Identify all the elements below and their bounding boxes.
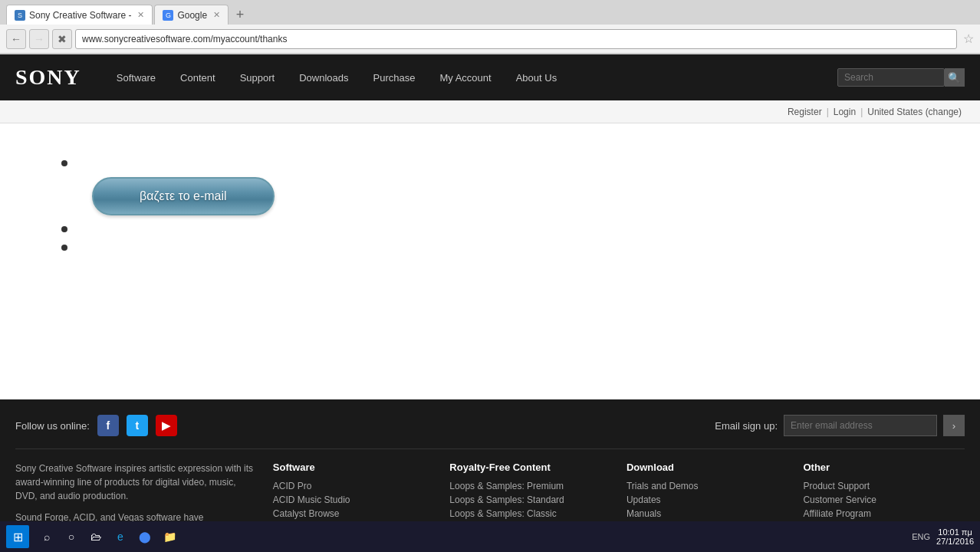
region-link[interactable]: United States (change) <box>867 107 962 117</box>
bullet-2 <box>61 226 67 232</box>
footer-link-trials[interactable]: Trials and Demos <box>626 481 788 491</box>
tab-favicon-sony: S <box>15 10 25 21</box>
main-nav: Software Content Support Downloads Purch… <box>104 54 837 100</box>
nav-support[interactable]: Support <box>228 54 288 100</box>
email-button-container: βαζετε το e-mail <box>77 172 275 220</box>
follow-label: Follow us online: <box>15 420 90 432</box>
taskbar-clock: 10:01 πμ 27/1/2016 <box>936 527 974 546</box>
footer-link-manuals[interactable]: Manuals <box>626 508 788 519</box>
sony-logo: SONY <box>15 65 81 90</box>
login-link[interactable]: Login <box>834 107 856 117</box>
taskbar-chrome[interactable]: ⬤ <box>133 525 156 548</box>
bullet-item-1 <box>61 160 75 166</box>
bullet-item-2 <box>61 226 75 232</box>
taskbar-app1[interactable]: 📁 <box>158 525 181 548</box>
tab-favicon-google: G <box>163 10 173 21</box>
footer-col-download-title: Download <box>626 462 788 473</box>
taskbar-icons: ⌕ ○ 🗁 e ⬤ 📁 <box>35 525 181 548</box>
address-bar[interactable] <box>75 29 957 49</box>
footer-link-acid-music[interactable]: ACID Music Studio <box>273 495 435 505</box>
taskbar: ⊞ ⌕ ○ 🗁 e ⬤ 📁 ENG 10:01 πμ 27/1/2016 <box>0 521 980 552</box>
taskbar-search[interactable]: ⌕ <box>35 525 58 548</box>
bullet-1 <box>61 160 67 166</box>
footer-link-updates[interactable]: Updates <box>626 495 788 505</box>
tab-title-google: Google <box>177 10 207 21</box>
email-signup-submit[interactable]: › <box>943 415 965 436</box>
tab-close-google[interactable]: ✕ <box>213 10 220 20</box>
youtube-icon[interactable]: ▶ <box>156 415 177 436</box>
about-text: Sony Creative Software inspires artistic… <box>15 462 258 503</box>
nav-content[interactable]: Content <box>168 54 228 100</box>
email-button[interactable]: βαζετε το e-mail <box>92 177 275 215</box>
footer-col-software-title: Software <box>273 462 435 473</box>
footer-link-customer-service[interactable]: Customer Service <box>803 495 965 505</box>
taskbar-files[interactable]: 🗁 <box>84 525 107 548</box>
footer-link-loops-standard[interactable]: Loops & Samples: Standard <box>449 495 611 505</box>
page-content: SONY Software Content Support Downloads … <box>0 54 980 552</box>
taskbar-cortana[interactable]: ○ <box>60 525 83 548</box>
tab-title-sony: Sony Creative Software - <box>29 10 131 21</box>
nav-purchase[interactable]: Purchase <box>361 54 428 100</box>
nav-myaccount[interactable]: My Account <box>427 54 503 100</box>
browser-chrome: S Sony Creative Software - ✕ G Google ✕ … <box>0 0 980 54</box>
forward-button[interactable]: → <box>29 29 49 49</box>
footer-link-loops-premium[interactable]: Loops & Samples: Premium <box>449 481 611 491</box>
footer-link-loops-classic[interactable]: Loops & Samples: Classic <box>449 508 611 519</box>
back-button[interactable]: ← <box>6 29 26 49</box>
taskbar-lang: ENG <box>912 532 930 541</box>
tab-google[interactable]: G Google ✕ <box>154 5 229 25</box>
taskbar-right: ENG 10:01 πμ 27/1/2016 <box>912 527 974 546</box>
start-button[interactable]: ⊞ <box>6 525 29 548</box>
footer-top: Follow us online: f t ▶ Email sign up: › <box>15 415 965 449</box>
email-signup-input[interactable] <box>784 415 937 436</box>
bullet-3 <box>61 245 67 251</box>
taskbar-ie[interactable]: e <box>109 525 132 548</box>
email-signup-label: Email sign up: <box>715 420 778 432</box>
footer-col-content-title: Royalty-Free Content <box>449 462 611 473</box>
tab-sony[interactable]: S Sony Creative Software - ✕ <box>6 5 153 25</box>
new-tab-button[interactable]: + <box>230 5 250 25</box>
nav-bar: ← → ✖ ☆ <box>0 25 980 54</box>
follow-us: Follow us online: f t ▶ <box>15 415 177 436</box>
twitter-icon[interactable]: t <box>127 415 148 436</box>
site-header: SONY Software Content Support Downloads … <box>0 54 980 100</box>
search-button[interactable]: 🔍 <box>945 68 965 87</box>
tab-bar: S Sony Creative Software - ✕ G Google ✕ … <box>0 0 980 25</box>
search-container: 🔍 <box>837 68 965 87</box>
footer-link-affiliate[interactable]: Affiliate Program <box>803 508 965 519</box>
footer-link-product-support[interactable]: Product Support <box>803 481 965 491</box>
nav-software[interactable]: Software <box>104 54 168 100</box>
nav-aboutus[interactable]: About Us <box>504 54 569 100</box>
sub-header: Register | Login | United States (change… <box>0 100 980 123</box>
reload-button[interactable]: ✖ <box>52 29 72 49</box>
taskbar-time: 10:01 πμ <box>936 527 974 537</box>
bullet-item-3 <box>61 245 75 251</box>
footer-link-acid-pro[interactable]: ACID Pro <box>273 481 435 491</box>
separator-2: | <box>860 107 863 117</box>
bookmark-star[interactable]: ☆ <box>963 31 974 46</box>
email-signup: Email sign up: › <box>715 415 965 436</box>
footer-col-other-title: Other <box>803 462 965 473</box>
taskbar-date: 27/1/2016 <box>936 537 974 546</box>
facebook-icon[interactable]: f <box>97 415 119 436</box>
nav-downloads[interactable]: Downloads <box>287 54 360 100</box>
separator-1: | <box>827 107 829 117</box>
tab-close-sony[interactable]: ✕ <box>137 10 144 20</box>
footer-link-catalyst-browse[interactable]: Catalyst Browse <box>273 508 435 519</box>
main-content: βαζετε το e-mail <box>0 123 980 399</box>
register-link[interactable]: Register <box>788 107 822 117</box>
search-input[interactable] <box>837 68 945 87</box>
